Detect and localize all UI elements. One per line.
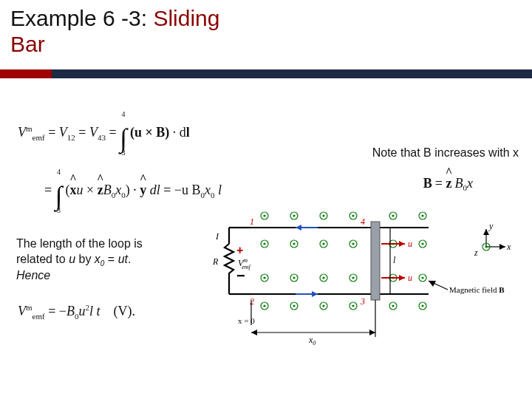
svg-rect-54 (371, 222, 380, 300)
node-4: 4 (361, 216, 365, 227)
node-2: 2 (250, 296, 254, 307)
label-l: l (393, 255, 396, 265)
svg-point-9 (392, 214, 394, 216)
svg-marker-74 (483, 229, 489, 235)
caption-loop-length: The length of the loop is related to u b… (16, 236, 186, 284)
velocity-arrow-top (381, 241, 405, 247)
title-prefix: Example 6 -3: (10, 6, 153, 30)
plus-icon: + (236, 244, 243, 256)
svg-marker-58 (399, 275, 405, 281)
svg-point-78 (485, 245, 487, 248)
node-3: 3 (360, 296, 365, 307)
svg-point-13 (263, 242, 265, 245)
svg-marker-62 (312, 291, 318, 297)
title-rule-accent (0, 69, 52, 78)
equation-vemf-result: Vmemf = −B0u2l t (V). (18, 303, 135, 321)
svg-point-1 (263, 214, 265, 216)
node-1: 1 (250, 216, 254, 227)
field-dots (261, 212, 426, 310)
svg-marker-60 (296, 225, 301, 231)
sliding-bar-diagram: u u 1 2 3 4 I R + − Vmemf (207, 207, 525, 355)
svg-point-31 (352, 276, 354, 279)
svg-point-11 (421, 214, 423, 216)
label-x0-origin: x = 0 (238, 316, 255, 325)
svg-point-3 (293, 214, 295, 216)
svg-point-45 (392, 304, 394, 307)
velocity-arrow-bottom (381, 275, 405, 281)
svg-point-15 (293, 242, 295, 245)
equation-integral-expanded: = 4 ∫ 3 (xu × zB0x0) · y dl = −u B0x0 l (44, 168, 222, 214)
equation-b-field: B = z B0x (423, 176, 473, 192)
slide: Example 6 -3: Sliding Bar Vmemf = V12 = … (0, 0, 532, 399)
label-x0: x0 (308, 335, 316, 347)
svg-point-41 (322, 304, 324, 307)
svg-point-19 (352, 242, 354, 245)
svg-point-47 (421, 304, 423, 307)
svg-point-35 (421, 276, 423, 279)
svg-point-39 (293, 304, 295, 307)
svg-marker-69 (251, 330, 257, 335)
svg-point-37 (263, 304, 265, 307)
svg-marker-70 (369, 330, 375, 335)
label-u-bot: u (408, 273, 412, 283)
current-arrow-top (296, 225, 318, 231)
label-u-top: u (408, 239, 412, 249)
svg-text:y: y (488, 221, 494, 231)
svg-point-5 (322, 214, 324, 216)
svg-point-27 (293, 276, 295, 279)
svg-point-17 (322, 242, 324, 245)
svg-marker-76 (499, 244, 505, 250)
note-b-increases: Note that B increases with x (372, 146, 519, 160)
svg-point-7 (352, 214, 354, 216)
axes-icon: y x z (474, 221, 511, 258)
title-accent: Sliding (153, 6, 219, 30)
svg-point-23 (421, 242, 423, 245)
label-R: R (212, 256, 219, 267)
equation-vemf-integral: Vmemf = V12 = V43 = 4 ∫ 3 (u × B) · dl (18, 111, 190, 157)
label-magfield: Magnetic field B (449, 285, 505, 294)
title-rule (0, 69, 532, 78)
svg-marker-56 (399, 241, 405, 247)
slide-title: Example 6 -3: Sliding Bar (10, 6, 219, 57)
svg-text:x: x (506, 242, 511, 252)
current-arrow-bottom (296, 291, 318, 297)
svg-point-25 (263, 276, 265, 279)
svg-text:z: z (474, 248, 478, 258)
svg-point-29 (322, 276, 324, 279)
label-I: I (215, 231, 219, 242)
title-suffix: Bar (10, 32, 45, 56)
svg-point-43 (352, 304, 354, 307)
